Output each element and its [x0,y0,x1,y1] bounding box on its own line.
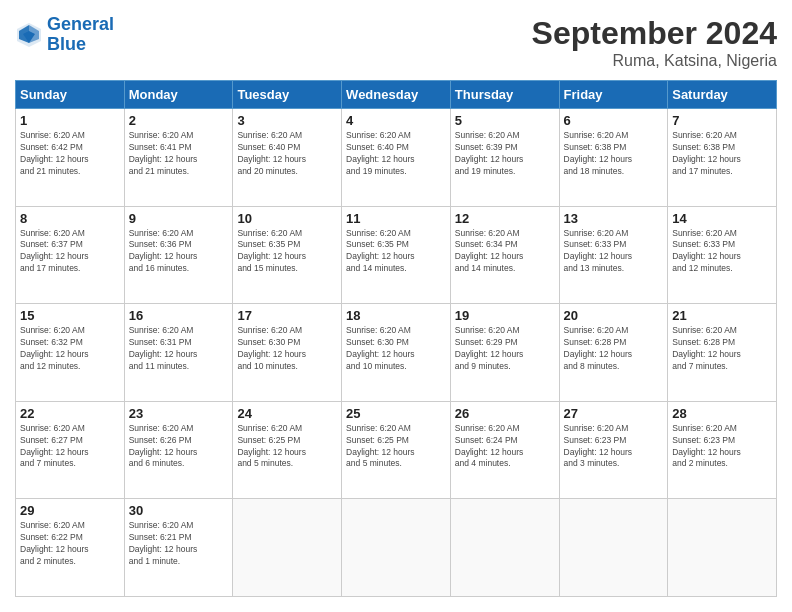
day-number: 13 [564,211,664,226]
table-row: 1Sunrise: 6:20 AM Sunset: 6:42 PM Daylig… [16,109,125,207]
day-number: 15 [20,308,120,323]
day-number: 14 [672,211,772,226]
day-number: 12 [455,211,555,226]
table-row: 16Sunrise: 6:20 AM Sunset: 6:31 PM Dayli… [124,304,233,402]
day-number: 28 [672,406,772,421]
day-number: 8 [20,211,120,226]
month-title: September 2024 [532,15,777,52]
day-info: Sunrise: 6:20 AM Sunset: 6:21 PM Dayligh… [129,520,229,568]
day-number: 20 [564,308,664,323]
day-info: Sunrise: 6:20 AM Sunset: 6:28 PM Dayligh… [564,325,664,373]
table-row: 13Sunrise: 6:20 AM Sunset: 6:33 PM Dayli… [559,206,668,304]
day-number: 9 [129,211,229,226]
col-sunday: Sunday [16,81,125,109]
day-number: 10 [237,211,337,226]
table-row: 22Sunrise: 6:20 AM Sunset: 6:27 PM Dayli… [16,401,125,499]
day-number: 22 [20,406,120,421]
day-number: 11 [346,211,446,226]
table-row: 2Sunrise: 6:20 AM Sunset: 6:41 PM Daylig… [124,109,233,207]
table-row: 30Sunrise: 6:20 AM Sunset: 6:21 PM Dayli… [124,499,233,597]
table-row: 23Sunrise: 6:20 AM Sunset: 6:26 PM Dayli… [124,401,233,499]
col-monday: Monday [124,81,233,109]
table-row: 21Sunrise: 6:20 AM Sunset: 6:28 PM Dayli… [668,304,777,402]
table-row: 17Sunrise: 6:20 AM Sunset: 6:30 PM Dayli… [233,304,342,402]
day-info: Sunrise: 6:20 AM Sunset: 6:33 PM Dayligh… [672,228,772,276]
day-number: 30 [129,503,229,518]
day-number: 19 [455,308,555,323]
day-info: Sunrise: 6:20 AM Sunset: 6:38 PM Dayligh… [564,130,664,178]
day-info: Sunrise: 6:20 AM Sunset: 6:30 PM Dayligh… [237,325,337,373]
table-row: 11Sunrise: 6:20 AM Sunset: 6:35 PM Dayli… [342,206,451,304]
col-tuesday: Tuesday [233,81,342,109]
day-number: 5 [455,113,555,128]
day-number: 18 [346,308,446,323]
table-row: 7Sunrise: 6:20 AM Sunset: 6:38 PM Daylig… [668,109,777,207]
calendar-header-row: Sunday Monday Tuesday Wednesday Thursday… [16,81,777,109]
day-info: Sunrise: 6:20 AM Sunset: 6:27 PM Dayligh… [20,423,120,471]
table-row: 20Sunrise: 6:20 AM Sunset: 6:28 PM Dayli… [559,304,668,402]
day-number: 27 [564,406,664,421]
table-row: 9Sunrise: 6:20 AM Sunset: 6:36 PM Daylig… [124,206,233,304]
day-info: Sunrise: 6:20 AM Sunset: 6:35 PM Dayligh… [346,228,446,276]
table-row: 28Sunrise: 6:20 AM Sunset: 6:23 PM Dayli… [668,401,777,499]
table-row [450,499,559,597]
logo-blue: Blue [47,34,86,54]
day-info: Sunrise: 6:20 AM Sunset: 6:31 PM Dayligh… [129,325,229,373]
day-info: Sunrise: 6:20 AM Sunset: 6:23 PM Dayligh… [564,423,664,471]
day-number: 23 [129,406,229,421]
day-info: Sunrise: 6:20 AM Sunset: 6:23 PM Dayligh… [672,423,772,471]
day-number: 17 [237,308,337,323]
day-info: Sunrise: 6:20 AM Sunset: 6:37 PM Dayligh… [20,228,120,276]
day-number: 16 [129,308,229,323]
table-row: 3Sunrise: 6:20 AM Sunset: 6:40 PM Daylig… [233,109,342,207]
day-info: Sunrise: 6:20 AM Sunset: 6:42 PM Dayligh… [20,130,120,178]
table-row: 26Sunrise: 6:20 AM Sunset: 6:24 PM Dayli… [450,401,559,499]
day-number: 7 [672,113,772,128]
day-info: Sunrise: 6:20 AM Sunset: 6:22 PM Dayligh… [20,520,120,568]
day-info: Sunrise: 6:20 AM Sunset: 6:26 PM Dayligh… [129,423,229,471]
table-row: 15Sunrise: 6:20 AM Sunset: 6:32 PM Dayli… [16,304,125,402]
table-row [233,499,342,597]
col-friday: Friday [559,81,668,109]
day-info: Sunrise: 6:20 AM Sunset: 6:39 PM Dayligh… [455,130,555,178]
table-row: 10Sunrise: 6:20 AM Sunset: 6:35 PM Dayli… [233,206,342,304]
day-number: 21 [672,308,772,323]
table-row: 18Sunrise: 6:20 AM Sunset: 6:30 PM Dayli… [342,304,451,402]
table-row [342,499,451,597]
col-thursday: Thursday [450,81,559,109]
day-number: 26 [455,406,555,421]
day-info: Sunrise: 6:20 AM Sunset: 6:32 PM Dayligh… [20,325,120,373]
day-info: Sunrise: 6:20 AM Sunset: 6:41 PM Dayligh… [129,130,229,178]
calendar-row: 8Sunrise: 6:20 AM Sunset: 6:37 PM Daylig… [16,206,777,304]
day-info: Sunrise: 6:20 AM Sunset: 6:38 PM Dayligh… [672,130,772,178]
calendar-row: 15Sunrise: 6:20 AM Sunset: 6:32 PM Dayli… [16,304,777,402]
calendar-row: 1Sunrise: 6:20 AM Sunset: 6:42 PM Daylig… [16,109,777,207]
logo-icon [15,21,43,49]
day-info: Sunrise: 6:20 AM Sunset: 6:30 PM Dayligh… [346,325,446,373]
table-row: 12Sunrise: 6:20 AM Sunset: 6:34 PM Dayli… [450,206,559,304]
day-number: 1 [20,113,120,128]
day-number: 3 [237,113,337,128]
table-row: 29Sunrise: 6:20 AM Sunset: 6:22 PM Dayli… [16,499,125,597]
calendar-row: 29Sunrise: 6:20 AM Sunset: 6:22 PM Dayli… [16,499,777,597]
col-wednesday: Wednesday [342,81,451,109]
day-info: Sunrise: 6:20 AM Sunset: 6:25 PM Dayligh… [346,423,446,471]
day-info: Sunrise: 6:20 AM Sunset: 6:29 PM Dayligh… [455,325,555,373]
table-row: 25Sunrise: 6:20 AM Sunset: 6:25 PM Dayli… [342,401,451,499]
logo: General Blue [15,15,114,55]
header: General Blue September 2024 Ruma, Katsin… [15,15,777,70]
day-number: 29 [20,503,120,518]
day-info: Sunrise: 6:20 AM Sunset: 6:40 PM Dayligh… [237,130,337,178]
table-row: 14Sunrise: 6:20 AM Sunset: 6:33 PM Dayli… [668,206,777,304]
day-number: 4 [346,113,446,128]
day-info: Sunrise: 6:20 AM Sunset: 6:36 PM Dayligh… [129,228,229,276]
day-info: Sunrise: 6:20 AM Sunset: 6:28 PM Dayligh… [672,325,772,373]
logo-general: General [47,14,114,34]
day-info: Sunrise: 6:20 AM Sunset: 6:34 PM Dayligh… [455,228,555,276]
table-row: 8Sunrise: 6:20 AM Sunset: 6:37 PM Daylig… [16,206,125,304]
logo-text: General Blue [47,15,114,55]
day-number: 24 [237,406,337,421]
table-row: 5Sunrise: 6:20 AM Sunset: 6:39 PM Daylig… [450,109,559,207]
day-info: Sunrise: 6:20 AM Sunset: 6:24 PM Dayligh… [455,423,555,471]
day-info: Sunrise: 6:20 AM Sunset: 6:33 PM Dayligh… [564,228,664,276]
